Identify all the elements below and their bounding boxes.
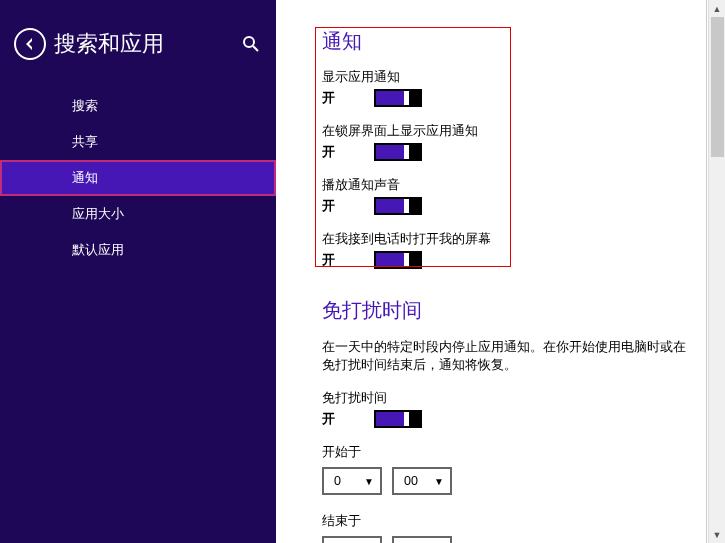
setting-quiet-hours: 免打扰时间 开 xyxy=(322,390,686,428)
sidebar-item-notifications[interactable]: 通知 xyxy=(0,160,276,196)
quiet-hours-description: 在一天中的特定时段内停止应用通知。在你开始使用电脑时或在免打扰时间结束后，通知将… xyxy=(322,338,686,374)
sidebar-item-app-size[interactable]: 应用大小 xyxy=(0,196,276,232)
start-time-selects: 0 ▼ 00 ▼ xyxy=(322,467,686,495)
scroll-down-arrow[interactable]: ▼ xyxy=(709,526,725,543)
sidebar-header: 搜索和应用 xyxy=(0,28,276,78)
toggle-show-app-notifications[interactable] xyxy=(374,89,422,107)
select-value: 0 xyxy=(334,474,341,488)
end-time-selects: 6 ▼ 00 ▼ xyxy=(322,536,686,543)
toggle-lockscreen-notifications[interactable] xyxy=(374,143,422,161)
toggle-state: 开 xyxy=(322,90,374,107)
sidebar-item-default-apps[interactable]: 默认应用 xyxy=(0,232,276,268)
sidebar-item-search[interactable]: 搜索 xyxy=(0,88,276,124)
sidebar-nav: 搜索 共享 通知 应用大小 默认应用 xyxy=(0,78,276,268)
svg-line-1 xyxy=(253,46,258,51)
search-icon[interactable] xyxy=(242,35,260,53)
setting-label: 显示应用通知 xyxy=(322,69,686,86)
toggle-screen-on-call[interactable] xyxy=(374,251,422,269)
chevron-down-icon: ▼ xyxy=(364,476,374,487)
end-minute-select[interactable]: 00 ▼ xyxy=(392,536,452,543)
sidebar-item-share[interactable]: 共享 xyxy=(0,124,276,160)
end-time-label: 结束于 xyxy=(322,513,686,530)
setting-label: 播放通知声音 xyxy=(322,177,686,194)
chevron-down-icon: ▼ xyxy=(434,476,444,487)
toggle-quiet-hours[interactable] xyxy=(374,410,422,428)
toggle-notification-sound[interactable] xyxy=(374,197,422,215)
toggle-state: 开 xyxy=(322,198,374,215)
setting-label: 在锁屏界面上显示应用通知 xyxy=(322,123,686,140)
svg-point-0 xyxy=(244,37,254,47)
setting-notification-sound: 播放通知声音 开 xyxy=(322,177,686,215)
section-title-quiet-hours: 免打扰时间 xyxy=(322,297,686,324)
setting-show-app-notifications: 显示应用通知 开 xyxy=(322,69,686,107)
sidebar-title: 搜索和应用 xyxy=(54,29,242,59)
start-hour-select[interactable]: 0 ▼ xyxy=(322,467,382,495)
back-button[interactable] xyxy=(14,28,46,60)
setting-lockscreen-notifications: 在锁屏界面上显示应用通知 开 xyxy=(322,123,686,161)
arrow-left-icon xyxy=(22,36,38,52)
scroll-up-arrow[interactable]: ▲ xyxy=(709,0,725,17)
setting-screen-on-call: 在我接到电话时打开我的屏幕 开 xyxy=(322,231,686,269)
toggle-state: 开 xyxy=(322,144,374,161)
select-value: 00 xyxy=(404,474,418,488)
start-time-label: 开始于 xyxy=(322,444,686,461)
toggle-state: 开 xyxy=(322,411,374,428)
section-title-notifications: 通知 xyxy=(322,28,686,55)
setting-label: 在我接到电话时打开我的屏幕 xyxy=(322,231,686,248)
content-panel: 通知 显示应用通知 开 在锁屏界面上显示应用通知 开 播放通知声音 开 在我接到… xyxy=(276,0,706,543)
setting-label: 免打扰时间 xyxy=(322,390,686,407)
scrollbar[interactable]: ▲ ▼ xyxy=(708,0,725,543)
toggle-state: 开 xyxy=(322,252,374,269)
scroll-thumb[interactable] xyxy=(711,17,724,157)
end-hour-select[interactable]: 6 ▼ xyxy=(322,536,382,543)
sidebar: 搜索和应用 搜索 共享 通知 应用大小 默认应用 xyxy=(0,0,276,543)
start-minute-select[interactable]: 00 ▼ xyxy=(392,467,452,495)
